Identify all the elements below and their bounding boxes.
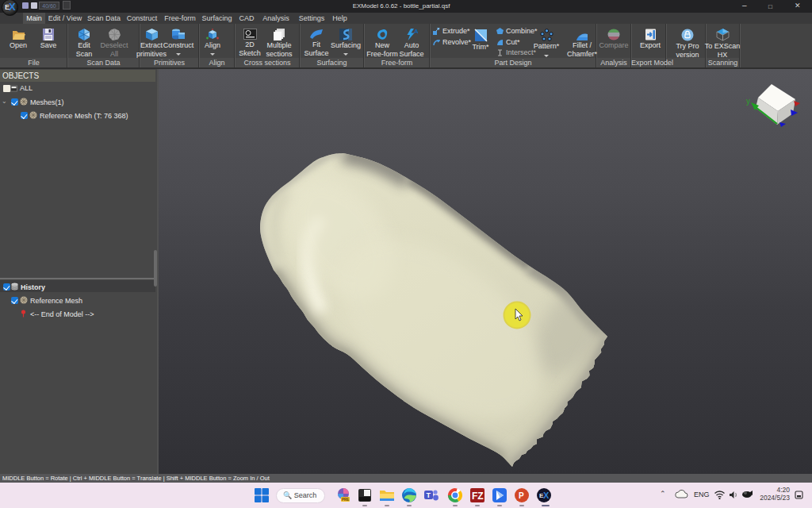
svg-text:FZ: FZ [472,491,484,502]
svg-text:A: A [414,29,418,35]
svg-text:X: X [543,491,550,500]
svg-text:PRE: PRE [342,498,349,502]
svg-text:P: P [519,491,524,500]
svg-text:T: T [427,491,431,499]
svg-text:y: y [746,97,750,106]
